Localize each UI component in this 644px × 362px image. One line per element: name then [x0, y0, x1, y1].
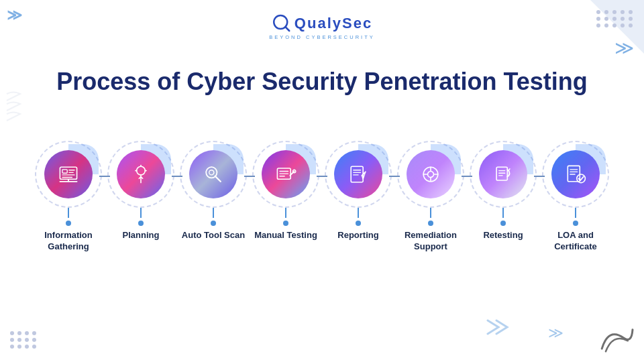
step-5-line — [358, 208, 359, 218]
step-2-circle-bg — [111, 144, 171, 204]
retesting-icon — [491, 162, 515, 186]
step-6: Remediation Support — [394, 141, 467, 253]
svg-rect-38 — [568, 166, 580, 181]
step-4-label: Manual Testing — [254, 230, 317, 241]
step-3-icon-bg — [189, 150, 237, 198]
logo-icon — [272, 13, 292, 34]
step-3-label: Auto Tool Scan — [182, 230, 245, 241]
step-6-line — [430, 208, 431, 218]
step-6-label: Remediation Support — [394, 230, 467, 253]
step-5-label: Reporting — [337, 230, 378, 241]
step-5: Reporting — [322, 141, 394, 241]
step-5-dot — [356, 221, 361, 226]
step-7-label: Retesting — [483, 230, 523, 241]
svg-line-1 — [285, 27, 289, 31]
step-1-icon-bg — [44, 150, 93, 198]
step-5-icon-bg — [334, 150, 382, 198]
step-1-dot — [66, 221, 71, 226]
step-4-icon-bg — [262, 150, 310, 198]
deco-scribble — [594, 316, 640, 362]
step-5-circle-bg — [328, 144, 388, 204]
manual-testing-icon — [274, 162, 298, 186]
step-8-icon-bg — [551, 150, 600, 198]
step-7-dot — [500, 221, 506, 226]
step-6-dot — [428, 221, 433, 226]
step-5-circle-outer — [325, 141, 392, 208]
deco-dots-bottom-left — [10, 331, 37, 349]
logo-text: QualySec — [294, 15, 372, 32]
step-6-circle-bg — [400, 144, 461, 204]
step-2-icon-bg — [117, 150, 165, 198]
step-6-icon-bg — [407, 150, 455, 198]
step-8-circle-outer — [542, 141, 609, 208]
auto-tool-scan-icon — [201, 162, 225, 186]
svg-point-18 — [209, 170, 214, 175]
reporting-icon — [346, 162, 370, 186]
step-4-line — [285, 208, 286, 218]
step-7: Retesting — [467, 141, 539, 241]
step-3: Auto Tool Scan — [177, 141, 250, 241]
planning-icon — [129, 162, 153, 186]
info-gathering-icon — [56, 162, 80, 186]
svg-line-17 — [215, 176, 221, 182]
step-2-label: Planning — [123, 230, 160, 241]
deco-chevron-right: ≫ — [614, 37, 634, 59]
deco-chevron-bottom-mid — [486, 319, 513, 339]
step-2: Planning — [105, 141, 177, 241]
step-3-line — [213, 208, 214, 218]
svg-point-10 — [137, 166, 146, 175]
step-2-line — [140, 208, 142, 218]
page-title: Process of Cyber Security Penetration Te… — [0, 67, 644, 96]
step-8-label: LOA and Certificate — [539, 230, 612, 253]
step-2-circle-outer — [107, 141, 174, 208]
step-8-line — [575, 208, 576, 218]
deco-chevron-left: ≫ — [7, 7, 22, 24]
step-1-line — [68, 208, 69, 218]
svg-point-29 — [428, 172, 434, 178]
step-8: LOA and Certificate — [539, 141, 612, 253]
step-7-icon-bg — [479, 150, 527, 198]
logo-subtitle: Beyond Cybersecurity — [269, 34, 375, 40]
step-7-circle-bg — [473, 144, 533, 204]
svg-rect-24 — [351, 166, 363, 182]
step-1: Information Gathering — [32, 141, 105, 253]
step-7-circle-outer — [470, 141, 537, 208]
step-3-dot — [211, 221, 216, 226]
step-4: Manual Testing — [250, 141, 322, 241]
step-3-circle-bg — [183, 144, 244, 204]
loa-certificate-icon — [564, 162, 588, 186]
deco-chevron-bottom-right: ≫ — [548, 324, 564, 342]
svg-rect-5 — [62, 170, 67, 173]
step-4-dot — [283, 221, 288, 226]
steps-container: Information Gathering — [0, 141, 644, 253]
step-1-circle-outer — [35, 141, 102, 208]
svg-rect-34 — [496, 167, 507, 180]
step-8-dot — [573, 221, 578, 226]
step-4-circle-bg — [256, 144, 316, 204]
step-1-circle-bg — [38, 144, 99, 204]
step-4-circle-outer — [252, 141, 319, 208]
logo: QualySec Beyond Cybersecurity — [269, 13, 375, 40]
step-3-circle-outer — [180, 141, 247, 208]
deco-dots-top-right — [590, 3, 641, 34]
step-8-circle-bg — [545, 144, 606, 204]
remediation-icon — [419, 162, 443, 186]
step-6-circle-outer — [397, 141, 464, 208]
step-1-label: Information Gathering — [32, 230, 105, 253]
step-7-line — [502, 208, 504, 218]
step-2-dot — [138, 221, 144, 226]
